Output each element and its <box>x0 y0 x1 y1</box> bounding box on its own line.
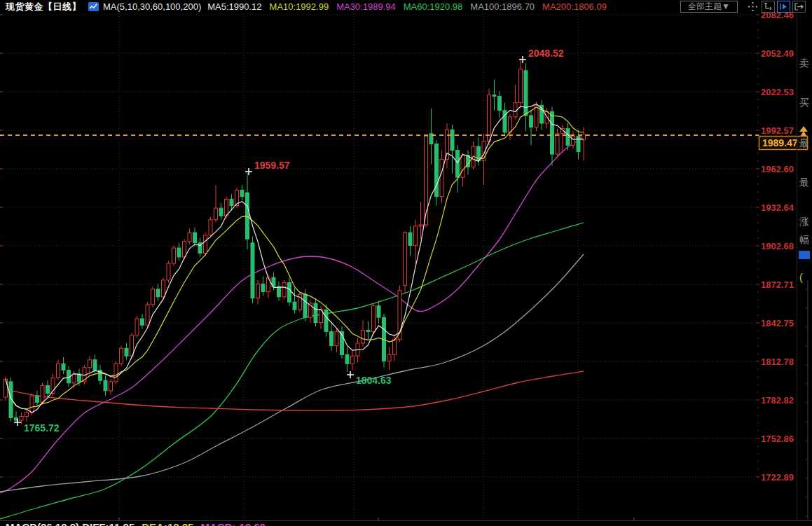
axis-scale-icon[interactable] <box>762 1 775 13</box>
pop-out-icon[interactable] <box>792 1 806 13</box>
axis-price-label: 1782.82 <box>761 395 794 406</box>
play-line-icon[interactable] <box>777 1 790 13</box>
gridlines <box>0 13 757 521</box>
axis-price-label: 1842.75 <box>761 318 794 328</box>
quote-label-fragment: 幅 <box>799 234 809 247</box>
quote-label-fragment: 卖 <box>799 57 809 70</box>
extreme-price-label: 1959.57 <box>254 160 290 171</box>
ma-line-ma60 <box>0 223 584 519</box>
move-icon[interactable] <box>746 1 759 13</box>
quote-panel-sliver: 卖买最最涨幅( <box>797 13 812 520</box>
price-annotations: 2048.521959.571804.631765.72 <box>14 48 564 434</box>
long-ma-lines <box>0 137 584 519</box>
instrument-title: 现货黄金【日线】 <box>6 1 81 13</box>
ma-legend-item: MA30:1989.94 <box>336 1 396 12</box>
quote-label-fragment: 最 <box>799 137 809 150</box>
quote-value-fragment: ( <box>799 272 803 283</box>
extreme-price-label: 2048.52 <box>528 48 564 59</box>
candlestick-chart[interactable]: 2082.462052.492022.531992.571962.601932.… <box>0 0 812 526</box>
axis-price-label: 2022.53 <box>761 87 794 97</box>
ma-line-ma100 <box>0 254 584 492</box>
macd-indicator-bar[interactable]: MACD(26,12,9) DIFF:11.95DEA:18.25MACD:-1… <box>6 521 273 526</box>
tab-fragment[interactable] <box>799 251 810 259</box>
macd-value: MACD:-12.60 <box>200 521 266 526</box>
ma-legend-item: MA60:1920.98 <box>404 1 463 12</box>
extreme-price-label: 1804.63 <box>356 375 392 386</box>
theme-selector-dropdown[interactable]: 全部主题▼ <box>680 1 738 13</box>
extreme-price-label: 1765.72 <box>24 422 60 434</box>
quote-label-fragment: 买 <box>799 97 809 109</box>
ma-group-label: MA(5,10,30,60,100,200) <box>103 1 201 12</box>
ma-legend: MA5:1990.12MA10:1992.99MA30:1989.94MA60:… <box>207 1 614 12</box>
axis-price-label: 1812.78 <box>761 357 794 367</box>
quote-label-fragment: 最 <box>799 177 809 189</box>
top-bar: 现货黄金【日线】 MA(5,10,30,60,100,200) MA5:1990… <box>0 0 812 13</box>
current-price-value: 1989.47 <box>762 137 798 148</box>
axis-price-label: 1722.89 <box>761 472 794 483</box>
ma-line-ma30 <box>0 137 584 493</box>
chart-toolbar <box>746 1 808 13</box>
ma-legend-item: MA5:1990.12 <box>207 1 261 12</box>
quote-label-fragment: 涨 <box>799 216 809 228</box>
axis-price-label: 1992.57 <box>761 125 794 136</box>
axis-price-label: 1872.71 <box>761 279 794 290</box>
axis-price-label: 1962.60 <box>761 164 794 174</box>
ma-legend-item: MA100:1896.70 <box>470 1 535 12</box>
ma-legend-item: MA10:1992.99 <box>270 1 329 12</box>
trading-app: 2082.462052.492022.531992.571962.601932.… <box>0 0 812 526</box>
ma-line-ma200 <box>8 371 584 410</box>
axis-price-label: 1932.64 <box>761 202 794 213</box>
macd-value: MACD(26,12,9) DIFF:11.95 <box>6 521 135 526</box>
axis-price-label: 2052.49 <box>761 48 794 59</box>
axis-price-label: 1752.86 <box>761 434 794 444</box>
axis-price-label: 1902.68 <box>761 241 794 251</box>
macd-value: DEA:18.25 <box>142 521 193 526</box>
ma-legend-item: MA200:1806.09 <box>542 1 607 12</box>
kline-chart-icon[interactable] <box>88 2 99 11</box>
